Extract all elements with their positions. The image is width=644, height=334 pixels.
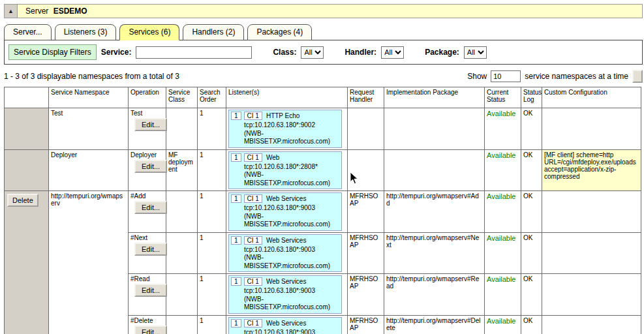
namespace-cell: Deployer <box>49 149 129 191</box>
col-header-listeners: Listener(s) <box>226 87 348 108</box>
collapse-triangle-icon[interactable]: ▲ <box>5 5 18 18</box>
edit-button[interactable]: Edit... <box>134 326 167 334</box>
edit-button[interactable]: Edit... <box>134 284 167 297</box>
show-suffix: service namespaces at a time <box>525 72 628 81</box>
listener-chip[interactable]: 1 CI 1 Web Services tcp:10.120.63.180*:9… <box>228 317 342 334</box>
listener-conversation: CI 1 <box>244 194 262 203</box>
tab-bar: Server... Listeners (3) Services (6) Han… <box>4 24 644 40</box>
handler-filter-select[interactable]: All <box>381 46 404 59</box>
listener-cell: 1 CI 1 Web Services tcp:10.120.63.180*:9… <box>226 232 348 274</box>
table-header-row: Service Namespace Operation Service Clas… <box>5 87 641 108</box>
listener-address: tcp:10.120.63.180*:9003 <box>231 329 339 334</box>
service-row: Delete http://tempuri.org/wmapserv #Add … <box>5 191 641 233</box>
listener-chip[interactable]: 1 CI 1 Web tcp:10.120.63.180*:2808* (NWB… <box>228 151 342 190</box>
status-log-cell: OK <box>521 108 542 150</box>
search-order-cell: 1 <box>198 274 226 316</box>
edit-button[interactable]: Edit... <box>134 243 167 256</box>
listener-number: 1 <box>231 194 241 203</box>
current-status-cell: Available <box>485 149 521 191</box>
listener-conversation: CI 1 <box>244 277 262 286</box>
tab-listeners[interactable]: Listeners (3) <box>55 24 117 40</box>
implementation-cell: http://tempuri.org/wmapserv#Add <box>384 191 485 233</box>
search-order-cell: 1 <box>198 108 226 150</box>
listener-number: 1 <box>231 153 241 162</box>
listener-chip[interactable]: 1 CI 1 Web Services tcp:10.120.63.180*:9… <box>228 275 342 314</box>
listener-conversation: CI 1 <box>244 112 262 120</box>
custom-config-text: [MF client] scheme=http URL=/cgi/mfdeplo… <box>544 151 639 180</box>
service-filter-input[interactable] <box>136 46 252 59</box>
listener-chip[interactable]: 1 CI 1 Web Services tcp:10.120.63.180*:9… <box>228 234 342 273</box>
handler-filter-label: Handler: <box>345 48 376 57</box>
operation-name: #Next <box>130 234 164 241</box>
listener-number: 1 <box>231 277 241 286</box>
listener-address: tcp:10.120.63.180*:9002 <box>231 121 339 130</box>
search-order-cell: 1 <box>198 149 226 191</box>
listener-address: tcp:10.120.63.180*:9003 <box>231 246 339 254</box>
col-header-service-namespace: Service Namespace <box>49 87 129 108</box>
namespace-cell: http://tempuri.org/wmapserv <box>49 191 129 334</box>
implementation-cell: http://tempuri.org/wmapserv#Read <box>384 274 485 316</box>
current-status-cell: Available <box>485 108 521 150</box>
filter-bar: Service Display Filters Service: Class: … <box>4 40 643 65</box>
listener-host: (NWB-MBISSETXP.microfocus.com) <box>231 213 339 229</box>
listener-number: 1 <box>231 112 241 120</box>
server-label: Server <box>25 7 48 16</box>
class-filter-select[interactable]: All <box>301 46 324 59</box>
listener-name: Web Services <box>265 320 307 327</box>
service-class-cell <box>166 315 198 334</box>
edit-button[interactable]: Edit... <box>134 118 167 131</box>
status-log-cell: OK <box>521 149 542 191</box>
operation-cell: #Add Edit... <box>129 191 166 233</box>
package-filter-label: Package: <box>425 48 459 57</box>
edit-button[interactable]: Edit... <box>134 201 167 214</box>
status-log-cell: OK <box>521 191 542 233</box>
services-table: Service Namespace Operation Service Clas… <box>4 87 641 334</box>
tab-handlers[interactable]: Handlers (2) <box>183 24 244 40</box>
custom-config-cell <box>542 191 641 233</box>
implementation-cell: http://tempuri.org/wmapserv#Next <box>384 232 485 274</box>
status-log-cell: OK <box>521 232 542 274</box>
tab-services[interactable]: Services (6) <box>119 24 179 40</box>
listener-cell: 1 CI 1 Web tcp:10.120.63.180*:2808* (NWB… <box>226 149 348 191</box>
request-handler-cell: MFRHSOAP <box>348 274 384 316</box>
listener-name: Web Services <box>265 278 307 285</box>
search-order-cell: 1 <box>198 315 226 334</box>
delete-button[interactable]: Delete <box>7 194 38 207</box>
request-handler-cell <box>348 108 384 150</box>
listener-number: 1 <box>231 236 241 245</box>
custom-config-cell <box>542 108 641 150</box>
server-title: Server ESDEMO <box>25 7 87 16</box>
operation-cell: Deployer Edit... <box>129 149 166 191</box>
operation-cell: Test Edit... <box>129 108 166 150</box>
package-filter-select[interactable]: All <box>464 46 487 59</box>
request-handler-cell: MFRHSOAP <box>348 315 384 334</box>
custom-config-cell: [MF client] scheme=http URL=/cgi/mfdeplo… <box>542 149 641 191</box>
edit-button[interactable]: Edit... <box>134 160 167 173</box>
listener-conversation: CI 1 <box>244 319 262 327</box>
apply-count-button[interactable] <box>632 70 643 83</box>
current-status-cell: Available <box>485 191 521 233</box>
col-header-custom-configuration: Custom Configuration <box>542 87 641 108</box>
service-class-cell <box>166 108 198 150</box>
listener-name: HTTP Echo <box>265 112 300 119</box>
service-class-cell <box>166 191 198 233</box>
listener-host: (NWB-MBISSETXP.microfocus.com) <box>231 130 339 146</box>
row-gutter <box>5 149 49 191</box>
request-handler-cell: MFRHSOAP <box>348 191 384 233</box>
filter-title: Service Display Filters <box>8 44 97 60</box>
admin-page: ▲ Server ESDEMO Server... Listeners (3) … <box>0 4 644 334</box>
status-badge: Available <box>487 110 515 117</box>
row-gutter <box>5 108 49 150</box>
listener-address: tcp:10.120.63.180*:9003 <box>231 287 339 296</box>
namespace-cell: Test <box>49 108 129 150</box>
listener-host: (NWB-MBISSETXP.microfocus.com) <box>231 296 339 312</box>
custom-config-cell <box>542 232 641 274</box>
custom-config-cell <box>542 274 641 316</box>
listener-chip[interactable]: 1 CI 1 HTTP Echo tcp:10.120.63.180*:9002… <box>228 110 342 148</box>
tab-server[interactable]: Server... <box>4 24 52 40</box>
tab-packages[interactable]: Packages (4) <box>247 24 312 40</box>
show-count-input[interactable] <box>491 70 521 82</box>
listener-chip[interactable]: 1 CI 1 Web Services tcp:10.120.63.180*:9… <box>228 192 342 231</box>
listener-name: Web Services <box>265 195 307 202</box>
operation-name: #Add <box>130 192 164 200</box>
